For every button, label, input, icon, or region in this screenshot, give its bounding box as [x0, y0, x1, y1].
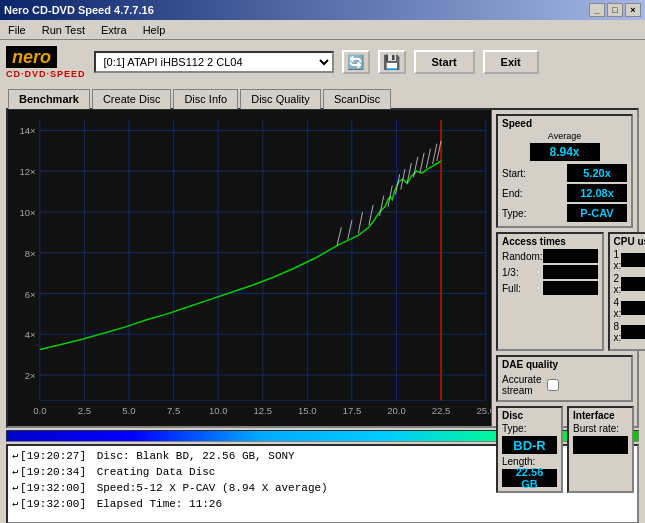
svg-text:5.0: 5.0: [122, 406, 135, 416]
disc-type-label: Type:: [502, 423, 557, 434]
menu-extra[interactable]: Extra: [97, 23, 131, 37]
svg-text:2.5: 2.5: [78, 406, 91, 416]
log-time-3: [19:32:00]: [20, 496, 86, 512]
chart-svg: 14× 12× 10× 8× 6× 4× 2× 0.0 2.5 5.0 7.5 …: [8, 110, 491, 426]
close-button[interactable]: ×: [625, 3, 641, 17]
drive-select[interactable]: [0:1] ATAPI iHBS112 2 CL04: [94, 51, 334, 73]
access-full-value: [543, 281, 598, 295]
save-button[interactable]: 💾: [378, 50, 406, 74]
cpu-4x-value: [621, 301, 645, 315]
start-button[interactable]: Start: [414, 50, 475, 74]
menu-run-test[interactable]: Run Test: [38, 23, 89, 37]
svg-text:17.5: 17.5: [343, 406, 362, 416]
log-text-3: Elapsed Time: 11:26: [97, 496, 222, 512]
title-bar-buttons: _ □ ×: [589, 3, 641, 17]
access-third-label: 1/3:: [502, 267, 519, 278]
tab-benchmark[interactable]: Benchmark: [8, 89, 90, 109]
svg-text:4×: 4×: [25, 330, 36, 340]
cpu-8x-label: 8 x:: [614, 321, 622, 343]
tabs-bar: Benchmark Create Disc Disc Info Disc Qua…: [0, 84, 645, 108]
access-times-panel: Access times Random: 1/3: Full:: [496, 232, 604, 351]
speed-type-label: Type:: [502, 208, 526, 219]
dae-panel: DAE quality Accuratestream: [496, 355, 633, 402]
svg-text:20.0: 20.0: [387, 406, 406, 416]
disc-type-value: BD-R: [502, 436, 557, 454]
svg-text:2×: 2×: [25, 371, 36, 381]
speed-panel: Speed Average 8.94x Start: 5.20x End: 12…: [496, 114, 633, 228]
svg-text:8×: 8×: [25, 249, 36, 259]
burst-value: [573, 436, 628, 454]
interface-title: Interface: [573, 410, 628, 421]
cpu-usage-panel: CPU usage 1 x: 2 x: 4 x: 8 x:: [608, 232, 645, 351]
svg-text:12.5: 12.5: [253, 406, 272, 416]
refresh-button[interactable]: 🔄: [342, 50, 370, 74]
log-time-0: [19:20:27]: [20, 448, 86, 464]
access-random-label: Random:: [502, 251, 543, 262]
speed-average-label: Average: [502, 131, 627, 141]
menu-bar: File Run Test Extra Help: [0, 20, 645, 40]
speed-start-label: Start:: [502, 168, 526, 179]
log-text-1: Creating Data Disc: [97, 464, 216, 480]
tab-scan-disc[interactable]: ScanDisc: [323, 89, 391, 109]
exit-button[interactable]: Exit: [483, 50, 539, 74]
svg-text:10.0: 10.0: [209, 406, 228, 416]
cpu-2x-label: 2 x:: [614, 273, 622, 295]
svg-text:15.0: 15.0: [298, 406, 317, 416]
title-bar: Nero CD-DVD Speed 4.7.7.16 _ □ ×: [0, 0, 645, 20]
cpu-8x-value: [621, 325, 645, 339]
access-title: Access times: [502, 236, 598, 247]
disc-title: Disc: [502, 410, 557, 421]
window-title: Nero CD-DVD Speed 4.7.7.16: [4, 4, 154, 16]
nero-logo: nero: [6, 46, 57, 68]
svg-text:25.0: 25.0: [476, 406, 491, 416]
speed-type-value: P-CAV: [567, 204, 627, 222]
log-text-2: Speed:5-12 X P-CAV (8.94 X average): [97, 480, 328, 496]
speed-end-value: 12.08x: [567, 184, 627, 202]
access-random-value: [543, 249, 598, 263]
speed-title: Speed: [502, 118, 627, 129]
speed-average-value: 8.94x: [530, 143, 600, 161]
speed-end-label: End:: [502, 188, 523, 199]
cpu-title: CPU usage: [614, 236, 645, 247]
header-area: nero CD·DVD·SPEED [0:1] ATAPI iHBS112 2 …: [0, 40, 645, 84]
svg-text:0.0: 0.0: [33, 406, 46, 416]
access-third-value: [543, 265, 598, 279]
dae-title: DAE quality: [502, 359, 627, 370]
log-line-3: ↵ [19:32:00] Elapsed Time: 11:26: [12, 496, 633, 512]
speed-start-value: 5.20x: [567, 164, 627, 182]
log-text-0: Disc: Blank BD, 22.56 GB, SONY: [97, 448, 295, 464]
access-full-label: Full:: [502, 283, 521, 294]
svg-text:7.5: 7.5: [167, 406, 180, 416]
tab-create-disc[interactable]: Create Disc: [92, 89, 171, 109]
svg-text:14×: 14×: [19, 127, 35, 137]
disc-length-value: 22.56 GB: [502, 469, 557, 487]
tab-disc-quality[interactable]: Disc Quality: [240, 89, 321, 109]
logo: nero CD·DVD·SPEED: [6, 46, 86, 79]
log-time-1: [19:20:34]: [20, 464, 86, 480]
dae-checkbox[interactable]: [547, 379, 559, 391]
cpu-2x-value: [621, 277, 645, 291]
maximize-button[interactable]: □: [607, 3, 623, 17]
svg-rect-0: [8, 110, 491, 426]
logo-sub: CD·DVD·SPEED: [6, 69, 86, 79]
svg-text:12×: 12×: [19, 167, 35, 177]
cpu-4x-label: 4 x:: [614, 297, 622, 319]
menu-file[interactable]: File: [4, 23, 30, 37]
burst-label: Burst rate:: [573, 423, 628, 434]
cpu-1x-value: [621, 253, 645, 267]
minimize-button[interactable]: _: [589, 3, 605, 17]
cpu-1x-label: 1 x:: [614, 249, 622, 271]
log-time-2: [19:32:00]: [20, 480, 86, 496]
menu-help[interactable]: Help: [139, 23, 170, 37]
svg-text:6×: 6×: [25, 290, 36, 300]
svg-text:10×: 10×: [19, 208, 35, 218]
interface-panel: Interface Burst rate:: [567, 406, 634, 493]
main-content: 14× 12× 10× 8× 6× 4× 2× 0.0 2.5 5.0 7.5 …: [6, 108, 639, 428]
dae-accurate-label: Accuratestream: [502, 374, 541, 396]
svg-text:22.5: 22.5: [432, 406, 451, 416]
right-panel: Speed Average 8.94x Start: 5.20x End: 12…: [492, 110, 637, 426]
disc-panel: Disc Type: BD-R Length: 22.56 GB: [496, 406, 563, 493]
chart-area: 14× 12× 10× 8× 6× 4× 2× 0.0 2.5 5.0 7.5 …: [8, 110, 492, 426]
tab-disc-info[interactable]: Disc Info: [173, 89, 238, 109]
